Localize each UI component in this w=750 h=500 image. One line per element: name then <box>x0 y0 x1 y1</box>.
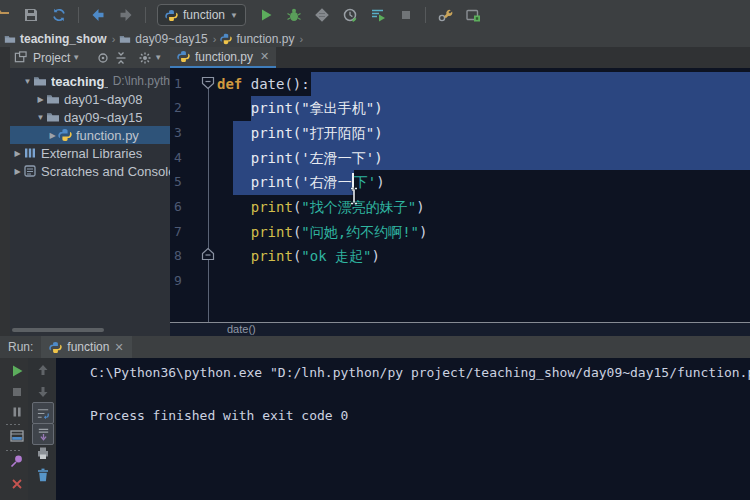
run-tab-label: function <box>67 340 109 354</box>
run-panel-title: Run: <box>8 340 33 354</box>
down-stack-icon[interactable] <box>35 384 51 400</box>
folder-icon <box>119 33 131 45</box>
editor-tab-bar: function.py ✕ <box>170 47 750 68</box>
pin-icon[interactable] <box>9 453 25 469</box>
close-icon[interactable] <box>9 476 25 492</box>
run-tab-function[interactable]: function ✕ <box>41 336 131 358</box>
run-console[interactable]: C:\Python36\python.exe "D:/lnh.python/py… <box>56 358 750 500</box>
main-toolbar: function ▼ <box>0 0 750 30</box>
chevron-down-icon[interactable]: ▼ <box>154 53 162 62</box>
tool-window-stripe <box>0 47 10 336</box>
folder-icon <box>46 92 60 106</box>
folder-icon <box>46 110 60 124</box>
open-project-icon[interactable] <box>0 7 11 23</box>
line-number: 8 <box>174 244 182 269</box>
tree-arrow-icon[interactable]: ▶ <box>47 131 58 140</box>
project-structure-icon[interactable] <box>465 7 481 23</box>
project-panel-title[interactable]: Project <box>33 51 70 65</box>
navigation-breadcrumbs: teaching_show›day09~day15›function.py› <box>0 30 750 48</box>
pause-icon[interactable] <box>9 404 25 420</box>
forward-icon[interactable] <box>118 7 134 23</box>
line-number: 2 <box>174 96 182 121</box>
code-line-9[interactable]: 9 <box>170 269 750 294</box>
editor-tab-function-py[interactable]: function.py ✕ <box>170 47 276 68</box>
save-all-icon[interactable] <box>23 7 39 23</box>
close-icon[interactable]: ✕ <box>114 341 123 354</box>
concurrency-icon[interactable] <box>370 7 386 23</box>
code-area[interactable]: 1def date():2 print("拿出手机")3 print("打开陌陌… <box>170 68 750 322</box>
tree-arrow-icon[interactable]: ▶ <box>12 167 23 176</box>
tree-item-day01-day08[interactable]: ▶day01~day08 <box>10 90 170 108</box>
tree-arrow-icon[interactable]: ▶ <box>12 149 23 158</box>
editor-tab-label: function.py <box>195 50 253 64</box>
toolbar-separator <box>145 7 146 23</box>
breadcrumb-separator-icon: › <box>112 33 116 45</box>
breadcrumb-item[interactable]: day09~day15 <box>119 32 207 46</box>
run-panel-header: Run: function ✕ <box>0 336 750 358</box>
soft-wrap-icon[interactable] <box>32 402 54 424</box>
collapse-all-icon[interactable] <box>114 51 128 65</box>
settings-gear-icon[interactable] <box>138 51 152 65</box>
stop-icon[interactable] <box>398 7 414 23</box>
code-text: print("找个漂亮的妹子") <box>217 195 425 220</box>
tree-item-function-py[interactable]: ▶function.py <box>10 126 170 144</box>
sync-icon[interactable] <box>51 7 67 23</box>
python-icon <box>49 341 62 354</box>
project-panel: Project ▼ ▼ ▼teaching_showD:\lnh.pyth▶da… <box>10 47 170 336</box>
run-config-selector[interactable]: function ▼ <box>157 4 246 26</box>
clear-all-icon[interactable] <box>35 467 51 483</box>
code-text: print("拿出手机") <box>217 96 383 121</box>
run-icon[interactable] <box>258 7 274 23</box>
code-line-6[interactable]: 6 print("找个漂亮的妹子") <box>170 195 750 220</box>
tree-arrow-icon[interactable]: ▶ <box>35 95 46 104</box>
tree-item-external-libraries[interactable]: ▶External Libraries <box>10 144 170 162</box>
chevron-down-icon: ▼ <box>230 11 238 20</box>
tree-item-scratches-and-consoles[interactable]: ▶Scratches and Consoles <box>10 162 170 180</box>
settings-icon[interactable] <box>437 7 453 23</box>
breadcrumb-item[interactable]: function.py <box>220 32 294 46</box>
scroll-to-end-icon[interactable] <box>32 423 54 445</box>
print-icon[interactable] <box>35 445 51 461</box>
run-config-label: function <box>183 8 225 22</box>
chevron-down-icon[interactable]: ▼ <box>72 53 80 62</box>
debug-icon[interactable] <box>286 7 302 23</box>
rerun-icon[interactable] <box>9 363 25 379</box>
code-text: print("问她,约不约啊!") <box>217 220 427 245</box>
code-line-5[interactable]: 5 print('右滑一下') <box>170 170 750 195</box>
locate-icon[interactable] <box>96 51 110 65</box>
code-line-1[interactable]: 1def date(): <box>170 72 750 97</box>
restore-layout-icon[interactable] <box>9 428 25 444</box>
line-number: 7 <box>174 220 182 245</box>
code-text: print("ok 走起") <box>217 244 380 269</box>
library-icon <box>23 146 37 160</box>
stop-icon[interactable] <box>9 384 25 400</box>
ibeam-mouse-cursor <box>348 187 360 205</box>
python-icon <box>220 33 232 45</box>
code-line-2[interactable]: 2 print("拿出手机") <box>170 96 750 121</box>
python-icon <box>58 128 72 142</box>
coverage-icon[interactable] <box>314 7 330 23</box>
breadcrumb-separator-icon: › <box>299 33 303 45</box>
project-tree: ▼teaching_showD:\lnh.pyth▶day01~day08▼da… <box>10 68 170 336</box>
line-number: 6 <box>174 195 182 220</box>
close-icon[interactable]: ✕ <box>260 50 269 63</box>
up-stack-icon[interactable] <box>35 362 51 378</box>
code-line-3[interactable]: 3 print("打开陌陌") <box>170 121 750 146</box>
console-line <box>90 385 750 405</box>
code-line-4[interactable]: 4 print('左滑一下') <box>170 146 750 171</box>
code-line-7[interactable]: 7 print("问她,约不约啊!") <box>170 220 750 245</box>
breadcrumb-item[interactable]: teaching_show <box>4 32 107 46</box>
line-number: 3 <box>174 121 182 146</box>
back-icon[interactable] <box>90 7 106 23</box>
tree-arrow-icon[interactable]: ▼ <box>35 113 46 122</box>
console-line: C:\Python36\python.exe "D:/lnh.python/py… <box>90 363 750 383</box>
pycharm-window: function ▼ teaching_show›day09~day15›fun… <box>0 0 750 500</box>
editor-breadcrumb-bar[interactable]: date() <box>170 322 750 336</box>
tree-arrow-icon[interactable]: ▼ <box>22 77 33 86</box>
profile-icon[interactable] <box>342 7 358 23</box>
tree-item-teaching-show[interactable]: ▼teaching_showD:\lnh.pyth <box>10 72 170 90</box>
code-line-8[interactable]: 8 print("ok 走起") <box>170 244 750 269</box>
run-panel-body: C:\Python36\python.exe "D:/lnh.python/py… <box>0 358 750 500</box>
tree-item-day09-day15[interactable]: ▼day09~day15 <box>10 108 170 126</box>
project-hscrollbar[interactable] <box>12 328 104 332</box>
